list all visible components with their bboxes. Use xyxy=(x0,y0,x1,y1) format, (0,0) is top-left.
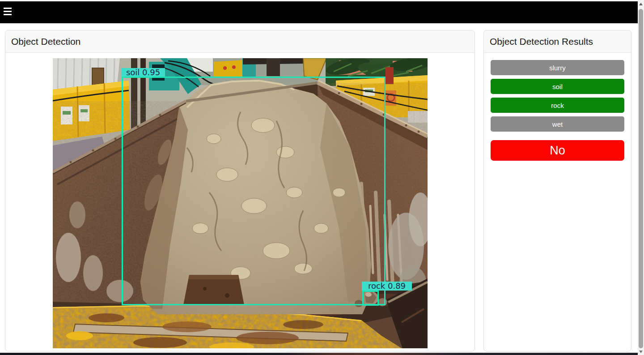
detection-panel-title: Object Detection xyxy=(5,30,475,53)
hamburger-menu-icon[interactable] xyxy=(4,8,12,16)
detection-box-soil xyxy=(122,77,386,305)
object-detection-panel: Object Detection xyxy=(5,30,475,351)
detection-label-soil: soil 0.95 xyxy=(121,68,165,77)
top-navbar xyxy=(0,1,638,23)
scroll-up-icon[interactable] xyxy=(639,3,643,5)
class-button-wet[interactable]: wet xyxy=(491,116,624,132)
decision-button[interactable]: No xyxy=(491,140,624,161)
red-post xyxy=(386,67,394,84)
scroll-down-icon[interactable] xyxy=(639,351,643,353)
class-button-soil[interactable]: soil xyxy=(491,79,624,94)
class-button-slurry[interactable]: slurry xyxy=(491,60,624,75)
detection-results-panel: Object Detection Results slurrysoilrockw… xyxy=(483,30,631,351)
truck-bed-photo: soil 0.95rock 0.89 xyxy=(53,58,428,348)
class-button-rock[interactable]: rock xyxy=(491,98,624,113)
detection-label-rock: rock 0.89 xyxy=(362,282,412,291)
class-button-list: slurrysoilrockwetNo xyxy=(484,53,631,161)
below-fold-content xyxy=(0,353,638,355)
scrollbar-thumb[interactable] xyxy=(639,9,643,348)
vertical-scrollbar[interactable] xyxy=(638,0,644,355)
detection-box-rock xyxy=(362,291,379,306)
results-panel-title: Object Detection Results xyxy=(484,30,631,53)
